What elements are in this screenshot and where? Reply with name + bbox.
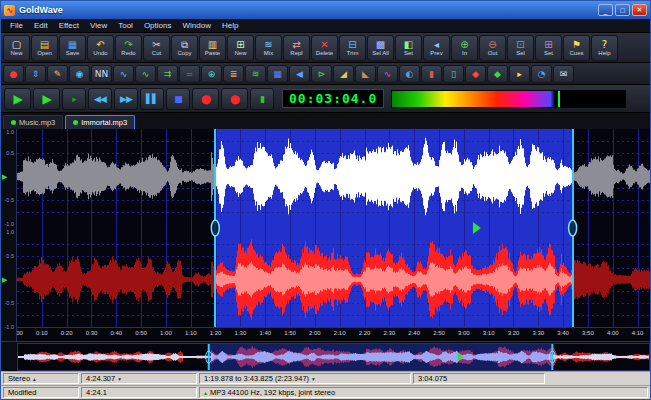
new-button[interactable]: ▢New — [3, 35, 30, 61]
playback-rate-effect-button[interactable]: ≣ — [223, 65, 244, 83]
maximize-button[interactable]: □ — [615, 4, 630, 16]
comment-effect-button[interactable]: ✉ — [553, 65, 574, 83]
minimize-button[interactable]: _ — [598, 4, 613, 16]
undo-button[interactable]: ↶Undo — [87, 35, 114, 61]
dynamics-effect-button[interactable]: ✎ — [47, 65, 68, 83]
marker-position[interactable]: 3:04.075 — [413, 373, 545, 384]
close-button[interactable]: ✕ — [632, 4, 647, 16]
properties-effect-button[interactable]: ● — [3, 65, 24, 83]
monitor-button[interactable]: ▮ — [250, 88, 274, 110]
timer-effect-button[interactable]: ◔ — [531, 65, 552, 83]
reverb-effect-button[interactable]: ≋ — [245, 65, 266, 83]
channel-marker-ch1[interactable]: ▶ — [2, 276, 7, 284]
time-tick: 2:00 — [309, 330, 321, 336]
mechanize-effect-button[interactable]: ⇉ — [157, 65, 178, 83]
reverse-effect-button[interactable]: ◀ — [289, 65, 310, 83]
delete-button[interactable]: ✕Delete — [311, 35, 338, 61]
tab-immortal-mp3[interactable]: Immortal.mp3 — [65, 115, 135, 129]
tab-status-dot — [73, 120, 78, 125]
max-volume-effect-button[interactable]: ▮ — [421, 65, 442, 83]
menu-edit[interactable]: Edit — [29, 20, 53, 31]
match-volume-effect-button[interactable]: ▯ — [443, 65, 464, 83]
stereo-pan-effect-button[interactable]: ◐ — [399, 65, 420, 83]
help-button[interactable]: ?Help — [591, 35, 618, 61]
zoom-out-button[interactable]: ⊖Out — [479, 35, 506, 61]
menu-effect[interactable]: Effect — [54, 20, 84, 31]
fade-out-effect-button[interactable]: ◣ — [355, 65, 376, 83]
filter-icon: ∿ — [142, 69, 150, 79]
shape-volume-icon: ∿ — [384, 69, 392, 79]
zoom-set-label: Set — [544, 50, 553, 57]
doppler-effect-button[interactable]: ⇕ — [25, 65, 46, 83]
overview-waveform[interactable] — [17, 343, 650, 371]
time-tick: 0:40 — [110, 330, 122, 336]
save-button[interactable]: ▦Save — [59, 35, 86, 61]
transport-controls: ▶▶▸◀◀▶▶▌▌■●●▮ — [4, 88, 274, 110]
echo-effect-button[interactable]: ◉ — [69, 65, 90, 83]
resample-effect-button[interactable]: ▦ — [267, 65, 288, 83]
record-selection-icon: ● — [230, 92, 239, 106]
stop-icon: ■ — [174, 94, 182, 104]
menu-tool[interactable]: Tool — [113, 20, 138, 31]
menu-file[interactable]: File — [5, 20, 28, 31]
play-button[interactable]: ▶ — [4, 88, 31, 110]
cut-label: Cut — [152, 50, 161, 57]
cue-point-effect-button[interactable]: ◆ — [465, 65, 486, 83]
select-all-button[interactable]: ▩Sel All — [367, 35, 394, 61]
total-length[interactable]: 4:24.307▾ — [81, 373, 197, 384]
tab-music-mp3[interactable]: Music.mp3 — [3, 115, 63, 129]
tab-status-dot — [11, 120, 16, 125]
zoom-selection-button[interactable]: ⊡Sel — [507, 35, 534, 61]
zoom-set-button[interactable]: ⊞Set — [535, 35, 562, 61]
fade-out-icon: ◣ — [362, 69, 369, 79]
time-tick: 0:20 — [61, 330, 73, 336]
rewind-button[interactable]: ◀◀ — [88, 88, 112, 110]
record-selection-button[interactable]: ● — [221, 88, 248, 110]
redo-button[interactable]: ↷Redo — [115, 35, 142, 61]
stop-button[interactable]: ■ — [166, 88, 190, 110]
open-button[interactable]: ▤Open — [31, 35, 58, 61]
channel-mode[interactable]: Stereo▴ — [3, 373, 79, 384]
selection-range[interactable]: 1:19.878 to 3:43.825 (2:23.947)▾ — [199, 373, 411, 384]
play-fast-button[interactable]: ▸ — [62, 88, 86, 110]
pause-button[interactable]: ▌▌ — [140, 88, 164, 110]
zoom-in-button[interactable]: ⊕In — [451, 35, 478, 61]
replace-button[interactable]: ⇄Repl — [283, 35, 310, 61]
play-selection-button[interactable]: ▶ — [33, 88, 60, 110]
cut-button[interactable]: ✂Cut — [143, 35, 170, 61]
reverse-icon: ◀ — [296, 69, 303, 79]
menu-view[interactable]: View — [85, 20, 112, 31]
offset-effect-button[interactable]: = — [179, 65, 200, 83]
record-button[interactable]: ● — [192, 88, 219, 110]
time-tick: 2:40 — [408, 330, 420, 336]
copy-button[interactable]: ⧉Copy — [171, 35, 198, 61]
cues-button[interactable]: ⚑Cues — [563, 35, 590, 61]
prev-button[interactable]: ◂Prev — [423, 35, 450, 61]
time-tick: 3:10 — [483, 330, 495, 336]
paste-button[interactable]: ▥Paste — [199, 35, 226, 61]
shape-volume-effect-button[interactable]: ∿ — [377, 65, 398, 83]
time-tick: 3:30 — [532, 330, 544, 336]
menu-window[interactable]: Window — [177, 20, 215, 31]
fast-forward-button[interactable]: ▶▶ — [114, 88, 138, 110]
paste-new-label: New — [234, 50, 246, 57]
menu-help[interactable]: Help — [217, 20, 243, 31]
paste-new-button[interactable]: ⊞New — [227, 35, 254, 61]
pitch-effect-button[interactable]: ⊕ — [201, 65, 222, 83]
zoom-selection-label: Sel — [516, 50, 525, 57]
menu-options[interactable]: Options — [139, 20, 177, 31]
waveform-canvas[interactable] — [17, 129, 650, 327]
time-warp-effect-button[interactable]: ⊳ — [311, 65, 332, 83]
menubar: FileEditEffectViewToolOptionsWindowHelp — [1, 19, 650, 33]
filter-effect-button[interactable]: ∿ — [135, 65, 156, 83]
flanger-effect-button[interactable]: ∿ — [113, 65, 134, 83]
play-effect-effect-button[interactable]: ▸ — [509, 65, 530, 83]
set-button[interactable]: ◧Set — [395, 35, 422, 61]
time-tick: 2:10 — [334, 330, 346, 336]
noise-reduction-effect-button[interactable]: NN — [91, 65, 112, 83]
trim-button[interactable]: ⊟Trim — [339, 35, 366, 61]
volume-effect-button[interactable]: ◢ — [333, 65, 354, 83]
mix-button[interactable]: ≋Mix — [255, 35, 282, 61]
channel-marker-ch0[interactable]: ▶ — [2, 173, 7, 181]
marker-effect-button[interactable]: ◆ — [487, 65, 508, 83]
